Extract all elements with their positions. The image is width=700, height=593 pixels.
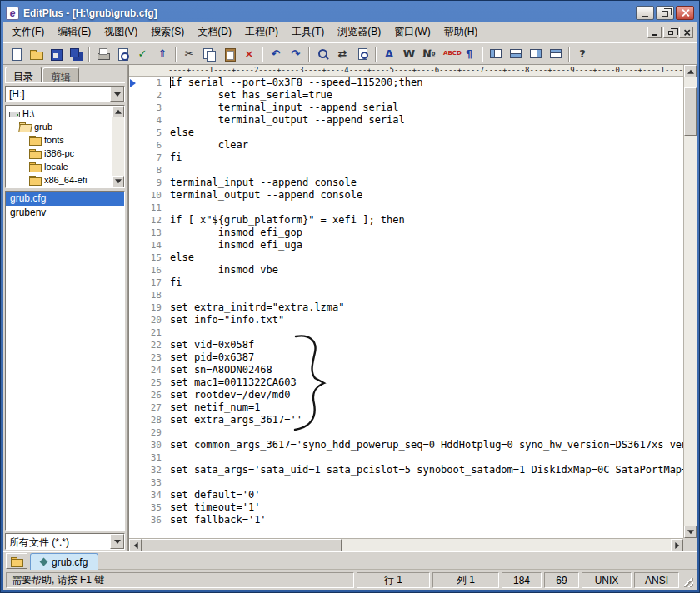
resize-grip[interactable] [682, 572, 694, 588]
font-size-button[interactable]: A [379, 45, 399, 63]
save-file-button[interactable] [46, 45, 66, 63]
code-line[interactable]: set fallback='1' [168, 514, 683, 526]
code-line[interactable]: set timeout='1' [168, 501, 683, 514]
cut-button[interactable]: ✂ [179, 45, 199, 63]
code-line[interactable]: insmod efi_uga [168, 239, 683, 252]
drive-selector-dropdown-button[interactable] [110, 87, 124, 102]
undo-button[interactable]: ↶ [266, 45, 286, 63]
replace-button[interactable]: ⇄ [332, 45, 352, 63]
horizontal-scrollbar[interactable] [129, 538, 683, 551]
copy-button[interactable] [199, 45, 219, 63]
code-line[interactable]: else [168, 252, 683, 264]
code-line[interactable]: terminal_output --append console [168, 189, 683, 202]
code-line[interactable]: terminal_input --append serial [168, 102, 683, 114]
menu-item-project[interactable]: 工程(P) [238, 22, 285, 42]
code-line[interactable] [168, 476, 683, 489]
code-line[interactable]: set sn=A8ODN02468 [168, 364, 683, 376]
tree-scroll-down-button[interactable] [112, 176, 124, 187]
paste-button[interactable] [219, 45, 239, 63]
code-line[interactable]: set pid=0x6387 [168, 351, 683, 364]
code-line[interactable]: if serial --port=0x3F8 --speed=115200;th… [168, 77, 683, 89]
code-line[interactable] [168, 326, 683, 339]
tab-directory[interactable]: 目录 [5, 67, 42, 82]
menu-item-search[interactable]: 搜索(S) [144, 22, 191, 42]
code-line[interactable]: set sata_args='sata_uid=1 sata_pcislot=5… [168, 464, 683, 476]
tree-item-i386-pc[interactable]: i386-pc [8, 147, 112, 160]
close-button[interactable] [676, 6, 694, 20]
code-line[interactable]: set common_args_3617='syno_hdd_powerup_s… [168, 439, 683, 451]
find-in-files-button[interactable] [352, 45, 372, 63]
toggle-output-window-button[interactable] [506, 45, 526, 63]
code-line[interactable]: fi [168, 152, 683, 164]
vertical-scroll-track[interactable] [684, 77, 697, 526]
code-line[interactable]: if [ x"${grub_platform}" = xefi ]; then [168, 214, 683, 227]
restore-button[interactable] [656, 6, 674, 20]
horizontal-scroll-track[interactable] [142, 539, 671, 551]
code-line[interactable]: clear [168, 139, 683, 152]
code-line[interactable]: set netif_num=1 [168, 401, 683, 414]
spell-check-button[interactable]: ✓ [132, 45, 152, 63]
scroll-up-button[interactable] [684, 65, 697, 77]
menu-item-browser[interactable]: 浏览器(B) [331, 22, 388, 42]
print-button[interactable] [92, 45, 112, 63]
toggle-directory-window-button[interactable] [486, 45, 506, 63]
directory-window-toggle-button[interactable] [6, 553, 28, 569]
line-numbers-button[interactable]: № [419, 45, 439, 63]
horizontal-scroll-thumb[interactable] [142, 539, 342, 551]
file-filter-selector[interactable]: 所有文件 (*.*) [5, 533, 125, 550]
mdi-minimize-button[interactable] [648, 27, 662, 38]
code-line[interactable]: else [168, 127, 683, 139]
tree-scrollbar[interactable] [112, 106, 124, 187]
scroll-left-button[interactable] [129, 539, 142, 551]
code-line[interactable]: set mac1=0011322CA603 [168, 376, 683, 389]
tree-item-fonts[interactable]: fonts [8, 133, 112, 147]
code-area[interactable]: if serial --port=0x3F8 --speed=115200;th… [168, 77, 683, 538]
mdi-restore-button[interactable] [663, 27, 678, 38]
toggle-document-tabs-button[interactable] [546, 45, 566, 63]
tree-item-grub[interactable]: grub [8, 120, 112, 133]
show-marks-button[interactable]: ¶ [459, 45, 479, 63]
vertical-scrollbar[interactable] [683, 65, 697, 538]
find-button[interactable] [312, 45, 332, 63]
context-help-button[interactable]: ? [572, 45, 592, 63]
tree-item-h[interactable]: H:\ [8, 107, 112, 120]
code-line[interactable] [168, 426, 683, 439]
delete-button[interactable]: × [239, 45, 259, 63]
redo-button[interactable]: ↷ [286, 45, 306, 63]
code-line[interactable]: insmod vbe [168, 264, 683, 277]
code-line[interactable]: terminal_input --append console [168, 177, 683, 189]
vertical-scroll-thumb[interactable] [684, 87, 697, 136]
minimize-button[interactable] [636, 6, 654, 20]
print-preview-button[interactable] [112, 45, 132, 63]
file-filter-dropdown-button[interactable] [110, 534, 124, 549]
file-item-grub-cfg[interactable]: grub.cfg [6, 192, 124, 206]
save-all-button[interactable] [66, 45, 86, 63]
code-line[interactable]: set rootdev=/dev/md0 [168, 389, 683, 401]
menu-item-edit[interactable]: 编辑(E) [51, 22, 98, 42]
scroll-right-button[interactable] [671, 539, 683, 551]
auto-complete-button[interactable]: ABCD [439, 45, 459, 63]
tree-item-locale[interactable]: locale [8, 160, 112, 173]
code-line[interactable]: set default='0' [168, 489, 683, 501]
code-line[interactable] [168, 164, 683, 177]
ftp-upload-button[interactable]: ⇑ [152, 45, 172, 63]
scroll-down-button[interactable] [684, 526, 697, 538]
code-line[interactable] [168, 202, 683, 214]
menu-item-help[interactable]: 帮助(H) [438, 22, 485, 42]
code-line[interactable]: set has_serial=true [168, 89, 683, 102]
open-file-button[interactable] [26, 45, 46, 63]
menu-item-tools[interactable]: 工具(T) [285, 22, 331, 42]
toggle-cliptext-window-button[interactable] [526, 45, 546, 63]
code-line[interactable]: set extra_initrd="extra.lzma" [168, 301, 683, 314]
new-document-button[interactable] [6, 45, 26, 63]
code-line[interactable]: set vid=0x058f [168, 339, 683, 351]
code-line[interactable] [168, 289, 683, 301]
file-item-grubenv[interactable]: grubenv [6, 206, 124, 220]
tree-item-x86-64-efi[interactable]: x86_64-efi [8, 173, 112, 187]
menu-item-view[interactable]: 视图(V) [98, 22, 144, 42]
document-tab-grub-cfg[interactable]: grub.cfg [30, 553, 98, 570]
drive-selector[interactable]: [H:] [5, 86, 125, 102]
menu-item-file[interactable]: 文件(F) [5, 22, 51, 42]
menu-item-document[interactable]: 文档(D) [191, 22, 238, 42]
code-line[interactable]: insmod efi_gop [168, 227, 683, 239]
